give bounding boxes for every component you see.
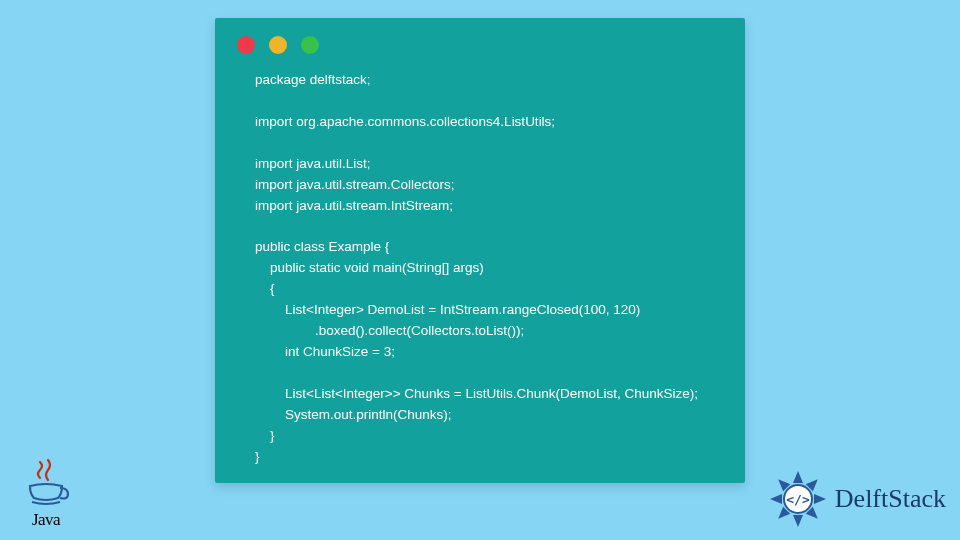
delftstack-logo: </> DelftStack bbox=[767, 468, 946, 530]
java-logo: Java bbox=[20, 458, 72, 530]
maximize-icon bbox=[301, 36, 319, 54]
window-controls bbox=[215, 18, 745, 64]
code-window: package delftstack; import org.apache.co… bbox=[215, 18, 745, 483]
svg-marker-0 bbox=[793, 471, 803, 483]
java-cup-icon bbox=[22, 458, 70, 510]
minimize-icon bbox=[269, 36, 287, 54]
delftstack-logo-text: DelftStack bbox=[835, 484, 946, 514]
delftstack-emblem-icon: </> bbox=[767, 468, 829, 530]
svg-text:</>: </> bbox=[786, 492, 810, 507]
java-logo-text: Java bbox=[20, 510, 72, 530]
svg-marker-3 bbox=[814, 494, 826, 504]
svg-marker-1 bbox=[793, 515, 803, 527]
svg-marker-2 bbox=[770, 494, 782, 504]
close-icon bbox=[237, 36, 255, 54]
code-content: package delftstack; import org.apache.co… bbox=[215, 64, 745, 488]
